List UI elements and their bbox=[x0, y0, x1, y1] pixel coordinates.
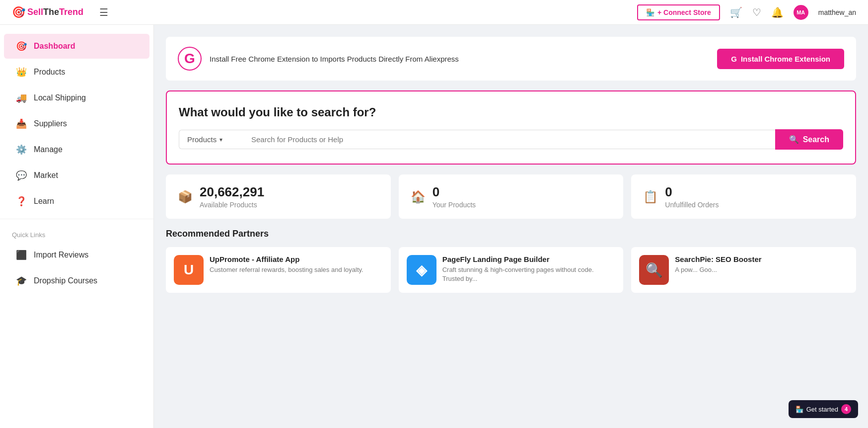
search-icon: 🔍 bbox=[789, 135, 799, 144]
main-layout: 🎯 Dashboard 👑 Products 🚚 Local Shipping … bbox=[0, 25, 868, 428]
stat-card-your-products: 🏠 0 Your Products bbox=[399, 174, 624, 219]
get-started-count: 4 bbox=[841, 404, 851, 414]
sidebar-item-label-local-shipping: Local Shipping bbox=[34, 93, 86, 102]
sidebar-label-import-reviews: Import Reviews bbox=[34, 251, 88, 259]
user-avatar[interactable]: MA bbox=[794, 5, 808, 20]
uppromote-name: UpPromote - Affiliate App bbox=[210, 255, 363, 263]
sidebar-item-market[interactable]: 💬 Market bbox=[4, 163, 149, 188]
local-shipping-icon: 🚚 bbox=[16, 92, 27, 103]
google-logo: G bbox=[178, 47, 202, 71]
sidebar-item-label-products: Products bbox=[34, 68, 65, 77]
banner-text: Install Free Chrome Extension to Imports… bbox=[210, 55, 709, 63]
sidebar-item-label-learn: Learn bbox=[34, 197, 54, 206]
pagefly-name: PageFly Landing Page Builder bbox=[442, 255, 616, 263]
dashboard-icon: 🎯 bbox=[16, 41, 27, 52]
sidebar-item-label-market: Market bbox=[34, 171, 58, 180]
pagefly-logo: ◈ bbox=[407, 255, 436, 285]
suppliers-icon: 📥 bbox=[16, 118, 27, 129]
store-icon: 🏪 bbox=[646, 8, 654, 16]
recommended-partners-section: Recommended Partners U UpPromote - Affil… bbox=[166, 229, 856, 293]
install-chrome-extension-button[interactable]: G Install Chrome Extension bbox=[717, 49, 844, 69]
search-title: What would you like to search for? bbox=[179, 105, 843, 119]
sidebar-item-products[interactable]: 👑 Products bbox=[4, 60, 149, 85]
search-btn-label: Search bbox=[803, 135, 829, 144]
stat-card-available-products: 📦 20,662,291 Available Products bbox=[166, 174, 391, 219]
learn-icon: ❓ bbox=[16, 196, 27, 207]
logo: 🎯 SellTheTrend bbox=[12, 6, 83, 19]
sidebar-item-label-dashboard: Dashboard bbox=[34, 42, 75, 51]
logo-trend: Trend bbox=[59, 7, 83, 17]
logo-sell: Sell bbox=[27, 7, 43, 17]
sidebar-label-dropship-courses: Dropship Courses bbox=[34, 276, 97, 285]
header: 🎯 SellTheTrend ☰ 🏪 + Connect Store 🛒 ♡ 🔔… bbox=[0, 0, 868, 25]
sidebar-item-label-manage: Manage bbox=[34, 145, 63, 154]
main-content: G Install Free Chrome Extension to Impor… bbox=[154, 25, 868, 428]
searchpie-desc: A pow... Goo... bbox=[675, 265, 761, 274]
your-products-icon: 🏠 bbox=[411, 190, 426, 204]
available-products-label: Available Products bbox=[200, 201, 264, 209]
sidebar-item-local-shipping[interactable]: 🚚 Local Shipping bbox=[4, 86, 149, 110]
google-icon-btn: G bbox=[731, 55, 737, 63]
username: matthew_an bbox=[818, 8, 856, 16]
partners-row: U UpPromote - Affiliate App Customer ref… bbox=[166, 247, 856, 293]
sidebar-item-suppliers[interactable]: 📥 Suppliers bbox=[4, 111, 149, 136]
connect-store-button[interactable]: 🏪 + Connect Store bbox=[637, 4, 720, 20]
searchpie-name: SearchPie: SEO Booster bbox=[675, 255, 761, 263]
searchpie-logo: 🔍 bbox=[639, 255, 669, 285]
partner-card-uppromote: U UpPromote - Affiliate App Customer ref… bbox=[166, 247, 391, 293]
logo-the: The bbox=[43, 7, 59, 17]
install-btn-label: Install Chrome Extension bbox=[741, 55, 830, 63]
uppromote-logo: U bbox=[174, 255, 204, 285]
dropship-courses-icon: 🎓 bbox=[16, 275, 27, 286]
stat-card-unfulfilled-orders: 📋 0 Unfulfilled Orders bbox=[631, 174, 856, 219]
uppromote-desc: Customer referral rewards, boosting sale… bbox=[210, 265, 363, 274]
bell-icon[interactable]: 🔔 bbox=[771, 6, 784, 18]
store-small-icon: 🏪 bbox=[796, 406, 803, 413]
search-row: Products ▾ 🔍 Search bbox=[179, 129, 843, 150]
heart-icon[interactable]: ♡ bbox=[752, 6, 761, 18]
available-products-number: 20,662,291 bbox=[200, 184, 264, 200]
quick-links-label: Quick Links bbox=[0, 223, 153, 242]
import-reviews-icon: ⬛ bbox=[16, 250, 27, 260]
market-icon: 💬 bbox=[16, 170, 27, 181]
sidebar-item-dashboard[interactable]: 🎯 Dashboard bbox=[4, 34, 149, 59]
sidebar-item-manage[interactable]: ⚙️ Manage bbox=[4, 137, 149, 162]
unfulfilled-orders-icon: 📋 bbox=[643, 190, 658, 204]
sidebar-item-import-reviews[interactable]: ⬛ Import Reviews bbox=[4, 243, 149, 267]
sidebar-item-learn[interactable]: ❓ Learn bbox=[4, 189, 149, 214]
your-products-label: Your Products bbox=[433, 201, 476, 209]
get-started-badge[interactable]: 🏪 Get started 4 bbox=[789, 400, 858, 418]
manage-icon: ⚙️ bbox=[16, 144, 27, 155]
unfulfilled-orders-number: 0 bbox=[665, 184, 719, 200]
search-category-label: Products bbox=[187, 135, 217, 144]
cart-icon[interactable]: 🛒 bbox=[730, 6, 742, 18]
connect-store-label: + Connect Store bbox=[657, 8, 711, 16]
logo-icon: 🎯 bbox=[12, 6, 25, 19]
chevron-down-icon: ▾ bbox=[219, 136, 222, 143]
sidebar-item-dropship-courses[interactable]: 🎓 Dropship Courses bbox=[4, 268, 149, 293]
pagefly-desc: Craft stunning & high-converting pages w… bbox=[442, 265, 616, 283]
hamburger-menu-icon[interactable]: ☰ bbox=[99, 6, 108, 18]
search-section: What would you like to search for? Produ… bbox=[166, 90, 856, 165]
chrome-extension-banner: G Install Free Chrome Extension to Impor… bbox=[166, 37, 856, 81]
search-input[interactable] bbox=[243, 130, 775, 149]
partner-card-searchpie: 🔍 SearchPie: SEO Booster A pow... Goo... bbox=[631, 247, 856, 293]
header-right: 🏪 + Connect Store 🛒 ♡ 🔔 MA matthew_an bbox=[637, 4, 856, 20]
sidebar: 🎯 Dashboard 👑 Products 🚚 Local Shipping … bbox=[0, 25, 154, 428]
products-icon: 👑 bbox=[16, 67, 27, 78]
search-button[interactable]: 🔍 Search bbox=[775, 129, 843, 150]
available-products-icon: 📦 bbox=[178, 190, 193, 204]
your-products-number: 0 bbox=[433, 184, 476, 200]
stats-row: 📦 20,662,291 Available Products 🏠 0 Your… bbox=[166, 174, 856, 219]
search-category-dropdown[interactable]: Products ▾ bbox=[179, 130, 243, 149]
partner-card-pagefly: ◈ PageFly Landing Page Builder Craft stu… bbox=[399, 247, 624, 293]
sidebar-divider bbox=[0, 219, 153, 219]
partners-section-title: Recommended Partners bbox=[166, 229, 856, 239]
sidebar-item-label-suppliers: Suppliers bbox=[34, 119, 67, 128]
unfulfilled-orders-label: Unfulfilled Orders bbox=[665, 201, 719, 209]
get-started-label: Get started bbox=[806, 406, 838, 413]
